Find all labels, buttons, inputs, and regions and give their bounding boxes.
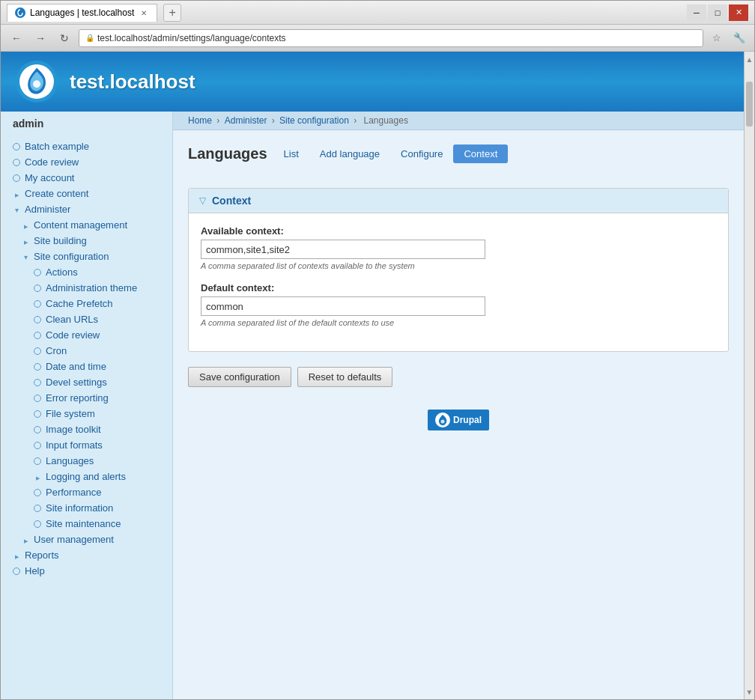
vertical-scrollbar[interactable]: ▲ ▼ (744, 52, 754, 699)
svg-point-1 (33, 80, 40, 88)
drupal-badge: Drupal (428, 410, 489, 430)
available-context-description: A comma separated list of contexts avail… (201, 261, 716, 270)
sidebar-item-actions[interactable]: Actions (1, 264, 172, 280)
available-context-input[interactable] (201, 240, 485, 259)
address-bar[interactable]: 🔒 test.localhost/admin/settings/language… (79, 29, 703, 47)
sidebar-item-date-time[interactable]: Date and time (1, 359, 172, 374)
scroll-thumb[interactable] (746, 82, 753, 127)
arrow-right-icon (34, 473, 41, 481)
arrow-right-icon (13, 552, 20, 559)
sidebar-item-create-content[interactable]: Create content (1, 186, 172, 201)
page: test.localhost admin Batch example Code … (1, 52, 744, 699)
bullet-icon (34, 410, 41, 418)
title-bar: Languages | test.localhost ✕ + ─ □ ✕ (1, 1, 754, 25)
sidebar-item-site-information[interactable]: Site information (1, 500, 172, 516)
sidebar-item-performance[interactable]: Performance (1, 484, 172, 500)
bullet-icon (34, 316, 41, 323)
scroll-up-button[interactable]: ▲ (745, 52, 754, 67)
reset-defaults-button[interactable]: Reset to defaults (297, 367, 393, 387)
new-tab-button[interactable]: + (163, 4, 181, 22)
bullet-icon (34, 332, 41, 339)
sidebar-item-devel-settings[interactable]: Devel settings (1, 374, 172, 390)
tab-close-button[interactable]: ✕ (139, 7, 149, 18)
bullet-icon (34, 457, 41, 465)
tab-configure[interactable]: Configure (390, 144, 453, 164)
available-context-label: Available context: (201, 225, 716, 237)
main-col-inner: Languages List Add language Configure Co… (173, 130, 744, 457)
bookmark-button[interactable]: ☆ (708, 29, 726, 47)
sidebar-item-cache-prefetch[interactable]: Cache Prefetch (1, 296, 172, 311)
minimize-button[interactable]: ─ (687, 4, 706, 21)
forward-button[interactable]: → (31, 28, 50, 48)
sidebar-item-languages[interactable]: Languages (1, 453, 172, 469)
sidebar-item-administer[interactable]: Administer (1, 201, 172, 217)
tab-context[interactable]: Context (453, 144, 508, 163)
drupal-badge-logo (435, 413, 450, 427)
sidebar-item-site-building[interactable]: Site building (1, 233, 172, 249)
page-header: Languages List Add language Configure Co… (173, 130, 744, 176)
main-content: Home › Administer › Site configuration ›… (173, 112, 744, 699)
bullet-icon (34, 426, 41, 433)
sidebar-username: admin (1, 112, 172, 139)
bullet-icon (34, 489, 41, 496)
bullet-icon (34, 520, 41, 528)
browser-tab[interactable]: Languages | test.localhost ✕ (7, 4, 157, 22)
sidebar-item-my-account[interactable]: My account (1, 170, 172, 186)
bullet-icon (34, 269, 41, 276)
scroll-down-button[interactable]: ▼ (745, 684, 754, 699)
page-title: Languages (188, 138, 267, 170)
breadcrumb-home[interactable]: Home (188, 115, 212, 126)
sidebar-item-reports[interactable]: Reports (1, 547, 172, 563)
bullet-icon (34, 379, 41, 386)
bullet-icon (34, 442, 41, 449)
close-button[interactable]: ✕ (729, 4, 748, 21)
browser-content: test.localhost admin Batch example Code … (1, 52, 754, 699)
refresh-button[interactable]: ↻ (55, 28, 74, 48)
sidebar-item-file-system[interactable]: File system (1, 406, 172, 421)
sidebar-item-site-maintenance[interactable]: Site maintenance (1, 516, 172, 532)
bullet-icon (34, 363, 41, 371)
tab-add-language[interactable]: Add language (309, 144, 390, 164)
save-configuration-button[interactable]: Save configuration (188, 367, 291, 387)
sidebar-item-site-configuration[interactable]: Site configuration (1, 249, 172, 264)
drupal-logo-inner (19, 64, 54, 99)
settings-button[interactable]: 🔧 (730, 29, 748, 47)
button-row: Save configuration Reset to defaults (188, 367, 729, 387)
security-icon: 🔒 (85, 34, 94, 42)
context-section-title: Context (212, 195, 251, 207)
url-text: test.localhost/admin/settings/language/c… (97, 33, 697, 43)
sidebar-item-clean-urls[interactable]: Clean URLs (1, 311, 172, 327)
two-col-layout: admin Batch example Code review My accou… (1, 112, 744, 699)
tab-list[interactable]: List (273, 144, 309, 164)
maximize-button[interactable]: □ (708, 4, 727, 21)
browser-window: Languages | test.localhost ✕ + ─ □ ✕ ← →… (0, 0, 755, 700)
drupal-logo (16, 61, 58, 103)
breadcrumb-site-config[interactable]: Site configuration (279, 115, 349, 126)
default-context-input[interactable] (201, 296, 485, 316)
svg-point-2 (440, 420, 444, 424)
page-tabs: List Add language Configure Context (273, 144, 509, 164)
bullet-icon (34, 505, 41, 512)
bullet-icon (34, 395, 41, 402)
sidebar-item-admin-theme[interactable]: Administration theme (1, 280, 172, 296)
sidebar-item-error-reporting[interactable]: Error reporting (1, 390, 172, 406)
back-button[interactable]: ← (7, 28, 26, 48)
sidebar-item-code-review2[interactable]: Code review (1, 327, 172, 343)
default-context-description: A comma separated list of the default co… (201, 318, 716, 327)
sidebar-item-logging-alerts[interactable]: Logging and alerts (1, 469, 172, 484)
sidebar-item-help[interactable]: Help (1, 563, 172, 579)
sidebar-item-code-review[interactable]: Code review (1, 154, 172, 170)
sidebar-item-batch-example[interactable]: Batch example (1, 139, 172, 154)
sidebar-item-input-formats[interactable]: Input formats (1, 437, 172, 453)
arrow-right-icon (22, 237, 29, 245)
sidebar-item-image-toolkit[interactable]: Image toolkit (1, 421, 172, 437)
breadcrumb-administer[interactable]: Administer (225, 115, 267, 126)
context-section-header: ▽ Context (189, 189, 728, 213)
drupal-badge-text: Drupal (453, 415, 482, 425)
site-title: test.localhost (70, 70, 195, 94)
sidebar-item-cron[interactable]: Cron (1, 343, 172, 359)
sidebar-item-content-management[interactable]: Content management (1, 217, 172, 233)
sidebar-item-user-management[interactable]: User management (1, 532, 172, 547)
bullet-icon (34, 284, 41, 292)
bullet-icon (13, 174, 20, 182)
